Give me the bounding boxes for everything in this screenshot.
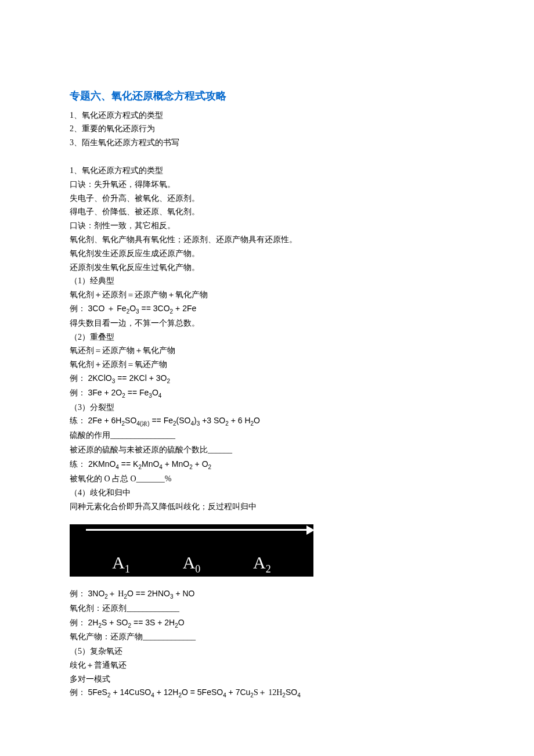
eq-part: (SO (176, 416, 191, 425)
equation: 例： 2KClO3 == 2KCl + 3O2 (70, 372, 464, 386)
body-text: 口诀：剂性一致，其它相反。 (70, 219, 464, 233)
spacer (70, 580, 464, 587)
eq-part: + 6 H (229, 416, 251, 425)
eq-part: MnO (142, 459, 159, 469)
type-heading: （3）分裂型 (70, 401, 464, 415)
eq-part: 2KCl + 3O (129, 373, 167, 383)
eq-part: + 12H (154, 687, 179, 697)
eq-part: 3NO (88, 589, 105, 598)
eq-part: K (133, 459, 138, 469)
q-text: 硫酸的作用 (70, 431, 110, 440)
eq-part: O == 2HNO (127, 589, 170, 598)
eq-part: == 3S + 2H (131, 618, 175, 627)
equation: 例： 3Fe + 2O2 == Fe3O4 (70, 386, 464, 401)
question: 被还原的硫酸与未被还原的硫酸个数比______ (70, 443, 464, 458)
toc-item: 1、氧化还原方程式的类型 (70, 109, 464, 123)
type-heading: （4）歧化和归中 (70, 486, 464, 500)
diagram-label-a2: A2 (253, 548, 271, 578)
eq-part: S＋ 12H (254, 688, 282, 697)
question: 硫酸的作用________________ (70, 429, 464, 443)
eq-part: 2H (88, 618, 99, 627)
eq-part: + NO (174, 589, 195, 598)
ex-label: 例： (70, 688, 88, 697)
eq-sub: 2 (208, 464, 212, 470)
type-desc: 同种元素化合价即升高又降低叫歧化；反过程叫归中 (70, 500, 464, 514)
fill-blank: _____________ (127, 602, 179, 616)
eq-part: Fe (117, 304, 126, 313)
eq-part: O = 5FeSO (182, 687, 223, 697)
section-heading: 1、氧化还原方程式的类型 (70, 164, 464, 178)
equation: 例： 3NO2＋ H2O == 2HNO3 + NO (70, 587, 464, 602)
eq-part: == (150, 416, 164, 425)
equation: 练： 2KMnO4 == K2MnO4 + MnO2 + O2 (70, 458, 464, 472)
toc-item: 2、重要的氧化还原行为 (70, 122, 464, 136)
q-text: 被还原的硫酸与未被还原的硫酸个数比 (70, 445, 208, 454)
eq-sub: 4(浓) (136, 420, 149, 427)
eq-part: == (119, 459, 133, 469)
body-text: 氧化剂发生还原反应生成还原产物。 (70, 247, 464, 261)
eq-part: +3 SO (200, 416, 225, 425)
ex-label: 例： (70, 304, 86, 313)
eq-part: + 14CuSO (111, 687, 151, 697)
eq-part: + MnO (163, 459, 189, 469)
equation: 例： 5FeS2 + 14CuSO4 + 12H2O = 5FeSO4 + 7C… (70, 686, 464, 700)
body-text: 失电子、价升高、被氧化、还原剂。 (70, 192, 464, 206)
type-desc: 氧化剂＋还原剂＝还原产物＋氧化产物 (70, 288, 464, 302)
ex-label: 练： (70, 416, 86, 425)
eq-part: + 7Cu (226, 687, 251, 697)
eq-part: O (254, 416, 260, 425)
eq-part: Fe (139, 388, 149, 397)
ex-label: 例： (70, 374, 86, 383)
eq-part: SO (286, 687, 297, 697)
type-desc: 氧还剂＝还原产物＋氧化产物 (70, 344, 464, 358)
eq-part: + (173, 304, 182, 313)
eq-part: 2KMnO (88, 459, 116, 469)
fill-blank: ______ (208, 443, 232, 458)
toc-item: 3、陌生氧化还原方程式的书写 (70, 136, 464, 150)
eq-part: == (115, 373, 129, 383)
eq-sub: 2 (167, 378, 170, 384)
eq-part: O (152, 388, 158, 397)
arrow-shaft-icon (86, 529, 309, 531)
spacer (70, 514, 464, 521)
ex-label: 例： (70, 388, 86, 397)
eq-part: + O (193, 459, 208, 469)
equation: 例： 3CO ＋ Fe2O3 == 3CO2 + 2Fe (70, 302, 464, 316)
diagram-labels: A1 A0 A2 (70, 548, 313, 578)
spacer (70, 150, 464, 164)
eq-sub: 4 (297, 692, 301, 699)
fill-blank: ________________ (110, 429, 175, 443)
eq-part: O (129, 304, 136, 313)
eq-part: O (178, 618, 185, 627)
eq-part: S + SO (102, 618, 128, 627)
eq-part: == (125, 388, 139, 397)
body-text: 得电子、价降低、被还原、氧化剂。 (70, 205, 464, 219)
question: 氧化产物：还原产物_____________ (70, 630, 464, 645)
eq-sub: 4 (158, 393, 162, 399)
type-heading: （5）复杂氧还 (70, 645, 464, 658)
ex-label: 例： (70, 589, 88, 598)
eq-part: ＋ (104, 304, 117, 313)
ex-label: 练： (70, 460, 86, 469)
q-text: % (165, 474, 172, 483)
arrow-head-icon (306, 525, 315, 535)
eq-part: 3Fe + 2O (88, 388, 122, 397)
q-text: 氧化产物：还原产物 (70, 632, 143, 641)
body-text: 得失数目看一边，不算一个算总数。 (70, 316, 464, 330)
page-title: 专题六、氧化还原概念方程式攻略 (70, 87, 464, 105)
eq-part: 5FeS (88, 687, 107, 697)
eq-part: ＋ H (108, 589, 124, 598)
eq-part: 3CO (153, 304, 170, 313)
type-desc: 歧化＋普通氧还 (70, 658, 464, 672)
fill-blank: _______ (136, 472, 165, 487)
q-text: 被氧化的 O 占总 O (70, 474, 136, 483)
fill-blank: _____________ (143, 630, 196, 645)
eq-part: 2Fe (182, 304, 196, 313)
body-text: 氧化剂、氧化产物具有氧化性；还原剂、还原产物具有还原性。 (70, 233, 464, 247)
type-desc: 多对一模式 (70, 672, 464, 686)
diagram-label-a1: A1 (112, 548, 130, 578)
body-text: 口诀：失升氧还，得降坏氧。 (70, 178, 464, 192)
question: 被氧化的 O 占总 O_______% (70, 472, 464, 487)
number-line-diagram: A1 A0 A2 (70, 524, 313, 577)
equation: 练： 2Fe + 6H2SO4(浓) == Fe2(SO4)3 +3 SO2 +… (70, 414, 464, 429)
